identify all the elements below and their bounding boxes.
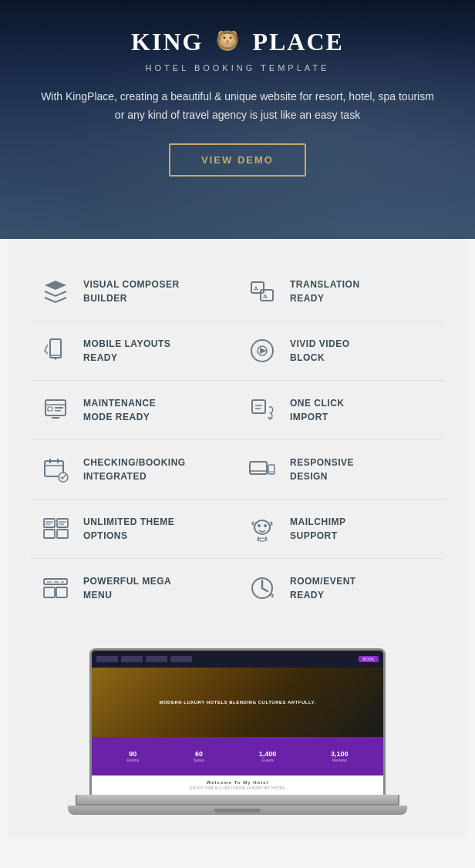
mega-menu-label: POWERFUL MEGAMENU	[83, 571, 171, 602]
screen-hero-area: MODERN LUXURY HOTELS BLENDING CULTURES A…	[92, 668, 383, 737]
screen-cta-btn: BOOK	[359, 656, 379, 662]
svg-rect-21	[48, 407, 52, 411]
feature-item-import: ONE CLICKIMPORT	[238, 381, 444, 440]
logo-row: KING	[131, 23, 344, 60]
room-label: ROOM/EVENTREADY	[290, 571, 356, 602]
svg-rect-51	[44, 587, 55, 597]
screen-header-bar: BOOK	[92, 651, 383, 668]
svg-point-48	[264, 524, 267, 527]
stat-suites-label: Suites	[194, 758, 204, 762]
mailchimp-icon	[245, 512, 279, 546]
screen-welcome-title: Welcome To My Hotel	[96, 780, 379, 785]
svg-text:A: A	[263, 293, 268, 300]
screen-hero-text: MODERN LUXURY HOTELS BLENDING CULTURES A…	[159, 700, 315, 705]
mobile-icon	[39, 334, 72, 368]
booking-label: CHECKING/BOOKINGINTEGRATED	[83, 453, 186, 483]
svg-rect-22	[55, 407, 63, 409]
maintenance-label: MAINTENANCEMODE READY	[83, 393, 156, 424]
screen-nav-1	[96, 656, 118, 662]
logo-lion-icon	[209, 23, 246, 60]
calendar-icon	[39, 453, 72, 486]
stat-guests: 1,400 Guests	[259, 750, 277, 762]
stat-guests-num: 1,400	[259, 750, 277, 758]
screen-nav-4	[170, 656, 192, 662]
logo-area: KING	[131, 23, 344, 72]
stat-rooms-label: Rooms	[126, 758, 139, 762]
stat-reviews: 3,100 Reviews	[331, 750, 349, 762]
svg-text:A: A	[254, 285, 258, 292]
stat-guests-label: Guests	[261, 758, 274, 762]
responsive-label: RESPONSIVEDESIGN	[290, 453, 354, 483]
room-icon	[245, 571, 279, 605]
svg-rect-52	[56, 587, 67, 597]
feature-item-theme: UNLIMITED THEMEOPTIONS	[31, 500, 238, 559]
screen-welcome-sub: ENJOY OUR ALL-INCLUSIVE LUXURY MY HOTEL	[96, 786, 379, 790]
feature-item-translation: A A TRANSLATIONREADY	[238, 262, 444, 321]
feature-item-mega-menu: POWERFUL MEGAMENU	[31, 559, 238, 617]
stat-reviews-num: 3,100	[331, 750, 349, 758]
screen-welcome-area: Welcome To My Hotel ENJOY OUR ALL-INCLUS…	[92, 775, 383, 795]
svg-rect-33	[250, 462, 267, 474]
svg-rect-41	[57, 530, 68, 538]
logo-place: PLACE	[252, 28, 343, 56]
svg-point-15	[55, 358, 57, 360]
laptop-screen: BOOK MODERN LUXURY HOTELS BLENDING CULTU…	[89, 648, 386, 795]
feature-item-maintenance: MAINTENANCEMODE READY	[31, 381, 238, 440]
visual-composer-label: VISUAL COMPOSERBUILDER	[83, 274, 180, 305]
import-icon	[245, 393, 279, 427]
hero-section: KING	[0, 0, 475, 239]
responsive-icon	[245, 453, 279, 486]
svg-rect-23	[55, 410, 61, 412]
stat-suites: 60 Suites	[194, 750, 204, 762]
view-demo-button[interactable]: VIEW DEMO	[169, 143, 306, 177]
feature-item-mailchimp: MAILCHIMPSUPPORT	[238, 500, 444, 559]
feature-item-video: VIVID VIDEOBLOCK	[238, 321, 444, 381]
video-icon	[245, 334, 279, 368]
svg-point-7	[230, 37, 232, 39]
svg-point-47	[258, 524, 261, 527]
logo-subtitle: HOTEL BOOKING TEMPLATE	[146, 63, 330, 72]
maintenance-icon	[39, 393, 72, 427]
laptop-notch	[214, 809, 261, 812]
feature-item-booking: CHECKING/BOOKINGINTEGRATED	[31, 440, 238, 500]
feature-item-room: ROOM/EVENTREADY	[238, 559, 444, 617]
video-label: VIVID VIDEOBLOCK	[290, 334, 350, 365]
preview-section: BOOK MODERN LUXURY HOTELS BLENDING CULTU…	[8, 633, 467, 838]
svg-rect-35	[268, 465, 275, 474]
import-label: ONE CLICKIMPORT	[290, 393, 345, 424]
svg-rect-40	[57, 519, 68, 527]
hero-description: With KingPlace, creating a beautiful & u…	[37, 88, 438, 125]
mailchimp-label: MAILCHIMPSUPPORT	[290, 512, 346, 543]
translate-icon: A A	[245, 274, 279, 308]
feature-item-visual-composer: VISUAL COMPOSERBUILDER	[31, 262, 238, 321]
mobile-label: MOBILE LAYOUTSREADY	[83, 334, 170, 365]
features-section: VISUAL COMPOSERBUILDER A A TRANSLATIONRE…	[8, 239, 467, 633]
features-grid: VISUAL COMPOSERBUILDER A A TRANSLATIONRE…	[31, 262, 444, 617]
svg-rect-25	[252, 400, 265, 413]
laptop-bottom	[68, 806, 407, 815]
layers-icon	[39, 274, 72, 308]
svg-point-8	[226, 40, 229, 42]
stat-rooms: 90 Rooms	[126, 750, 139, 762]
feature-item-responsive: RESPONSIVEDESIGN	[238, 440, 444, 500]
feature-item-mobile: MOBILE LAYOUTSREADY	[31, 321, 238, 381]
svg-rect-38	[44, 519, 55, 527]
logo-king: KING	[131, 28, 203, 56]
laptop-container: BOOK MODERN LUXURY HOTELS BLENDING CULTU…	[76, 648, 399, 815]
laptop-base	[76, 795, 399, 806]
screen-nav-3	[146, 656, 167, 662]
screen-booking-bar: 90 Rooms 60 Suites 1,400 Guests 3,100 Re…	[92, 737, 383, 775]
stat-reviews-label: Reviews	[332, 758, 347, 762]
translation-label: TRANSLATIONREADY	[290, 274, 360, 305]
menu-icon	[39, 571, 72, 605]
stat-rooms-num: 90	[129, 750, 136, 758]
stat-suites-num: 60	[195, 750, 203, 758]
svg-rect-39	[44, 530, 55, 538]
svg-point-49	[258, 538, 267, 541]
theme-icon	[39, 512, 72, 546]
hero-content: KING	[15, 23, 460, 177]
theme-label: UNLIMITED THEMEOPTIONS	[83, 512, 174, 543]
screen-nav-2	[121, 656, 143, 662]
svg-point-6	[224, 37, 226, 39]
